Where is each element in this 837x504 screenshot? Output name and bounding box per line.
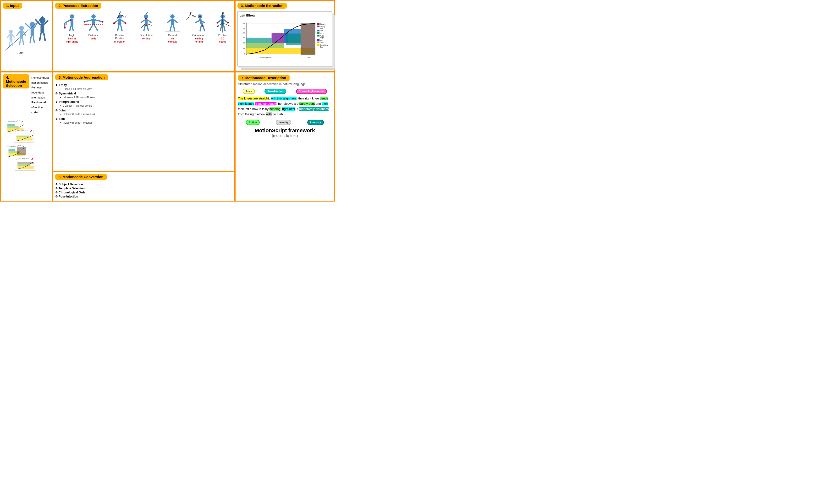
svg-rect-158 bbox=[317, 23, 320, 25]
svg-rect-193 bbox=[17, 147, 26, 155]
text-with-alignment: with that alignment bbox=[271, 96, 297, 100]
agg-symmetrical-example: • L elbow + R Elbow = Elbows bbox=[60, 96, 232, 99]
svg-text:Ground: Ground bbox=[168, 34, 177, 37]
top-bubbles: Pose Pose2Action Chronological order bbox=[238, 89, 332, 94]
aggregation-title: 5. Motioncode Aggregation bbox=[55, 74, 108, 80]
svg-line-102 bbox=[200, 25, 201, 31]
svg-line-47 bbox=[89, 25, 92, 31]
svg-line-13 bbox=[19, 39, 21, 46]
svg-line-103 bbox=[203, 25, 205, 31]
agg-symmetrical-label: Symmetrical bbox=[59, 92, 76, 95]
svg-line-7 bbox=[9, 41, 10, 46]
svg-rect-186 bbox=[17, 135, 29, 137]
svg-rect-52 bbox=[118, 19, 121, 25]
text-bending: bending bbox=[269, 107, 281, 111]
svg-line-43 bbox=[95, 20, 103, 22]
agg-time-label: Time bbox=[59, 117, 66, 121]
svg-text:Completely: Completely bbox=[320, 44, 328, 46]
svg-rect-192 bbox=[8, 149, 16, 151]
svg-text:x: x bbox=[230, 25, 231, 28]
svg-text:no: no bbox=[171, 37, 174, 40]
svg-rect-174 bbox=[317, 44, 320, 46]
svg-text:x: x bbox=[195, 16, 196, 18]
svg-text:✓: ✓ bbox=[22, 145, 25, 148]
svg-text:Motion Segment: Motion Segment bbox=[259, 57, 271, 59]
svg-point-33 bbox=[64, 27, 66, 29]
svg-text:x: x bbox=[125, 16, 126, 18]
svg-point-51 bbox=[118, 14, 122, 19]
svg-text:Right: Right bbox=[320, 35, 324, 37]
svg-text:Bent: Bent bbox=[320, 46, 323, 48]
svg-line-80 bbox=[147, 25, 148, 31]
svg-line-88 bbox=[167, 20, 171, 23]
svg-point-86 bbox=[170, 14, 175, 19]
svg-point-3 bbox=[9, 30, 13, 34]
text-moderately-distances: moderately distances bbox=[299, 107, 329, 111]
description-text: The knees are straight, with that alignm… bbox=[238, 96, 332, 117]
svg-text:space: space bbox=[219, 40, 226, 43]
panel-posecode: 2. Posecode Extraction bbox=[53, 0, 235, 72]
svg-rect-150 bbox=[246, 43, 284, 48]
svg-text:Distance: Distance bbox=[88, 34, 99, 37]
agg-time: ❖Time • R Elbow (bends + extends) bbox=[55, 117, 232, 125]
panel-motioncode-selection: 4. Motioncode Selection Remove trivial m… bbox=[0, 72, 53, 201]
svg-text:More: More bbox=[320, 42, 324, 43]
svg-text:180°: 180° bbox=[242, 22, 245, 24]
svg-text:contact: contact bbox=[168, 40, 177, 43]
bubble-pose2action: Pose2Action bbox=[265, 89, 286, 94]
svg-text:right angle: right angle bbox=[66, 40, 78, 43]
bubble-velocity: Velocity bbox=[276, 120, 291, 125]
svg-line-8 bbox=[12, 41, 13, 46]
selection-header: 4. Motioncode Selection Remove trivial m… bbox=[3, 74, 50, 115]
svg-text:z: z bbox=[139, 27, 141, 30]
stacked-charts: Left Elbow 180° 160° 135° 105° 75° 45° 0… bbox=[237, 12, 332, 67]
svg-rect-180 bbox=[7, 126, 19, 128]
conv-item-2: ❖ Chronological Order bbox=[55, 191, 232, 194]
svg-rect-199 bbox=[17, 162, 34, 164]
svg-text:Position: Position bbox=[115, 37, 124, 40]
svg-rect-87 bbox=[171, 19, 174, 25]
svg-line-48 bbox=[94, 25, 98, 31]
svg-line-100 bbox=[195, 21, 199, 23]
svg-rect-41 bbox=[92, 19, 95, 25]
svg-point-21 bbox=[39, 17, 46, 23]
svg-text:Angle: Angle bbox=[320, 37, 324, 39]
agg-entity-label: Entity bbox=[59, 84, 67, 87]
svg-line-90 bbox=[170, 25, 172, 31]
svg-line-78 bbox=[147, 20, 152, 23]
conversion-title: 6. Motioncode Conversion bbox=[55, 174, 107, 180]
svg-text:y: y bbox=[120, 11, 122, 13]
svg-text:Orientation: Orientation bbox=[140, 34, 153, 37]
svg-text:Bent: Bent bbox=[320, 30, 323, 32]
svg-rect-160 bbox=[317, 25, 320, 27]
panel-description: 7. Motioncode Description Structured mot… bbox=[235, 72, 335, 201]
svg-text:Bent: Bent bbox=[320, 28, 323, 30]
svg-rect-167 bbox=[317, 35, 320, 37]
posecode-svg: Angle bent at right angle bbox=[55, 11, 232, 66]
panel-motioncode: 3. Motioncode Extraction Left Elbow 180°… bbox=[235, 0, 335, 72]
svg-text:Relative: Relative bbox=[115, 34, 125, 37]
framework-sub: (motion-to-text) bbox=[238, 134, 332, 138]
svg-line-56 bbox=[121, 25, 122, 31]
posecode-title: 2. Posecode Extraction bbox=[55, 3, 101, 8]
svg-text:y: y bbox=[223, 11, 224, 14]
svg-line-5 bbox=[7, 34, 10, 38]
rule-3: Random skip of motion codes bbox=[31, 100, 50, 115]
svg-rect-155 bbox=[286, 34, 301, 45]
svg-rect-163 bbox=[317, 30, 320, 31]
svg-line-25 bbox=[39, 33, 41, 41]
description-title: 7. Motioncode Description bbox=[238, 75, 290, 81]
svg-text:leaning: leaning bbox=[194, 37, 203, 40]
svg-point-44 bbox=[84, 21, 85, 23]
svg-line-77 bbox=[141, 20, 145, 23]
framework-title: MotionScript framework bbox=[238, 127, 332, 134]
svg-rect-170 bbox=[317, 39, 320, 41]
bubble-pose: Pose bbox=[243, 89, 255, 94]
selection-charts: Left Elbow Significantly Bends ✓ Right E… bbox=[3, 116, 50, 199]
svg-text:in front of: in front of bbox=[114, 40, 126, 43]
bubble-chronological: Chronological order bbox=[296, 89, 327, 94]
panel-mid-bottom: 5. Motioncode Aggregation ❖Entity • L Ha… bbox=[53, 72, 235, 201]
svg-text:wide: wide bbox=[91, 37, 96, 40]
svg-rect-185 bbox=[17, 137, 33, 140]
svg-text:x: x bbox=[151, 24, 152, 27]
